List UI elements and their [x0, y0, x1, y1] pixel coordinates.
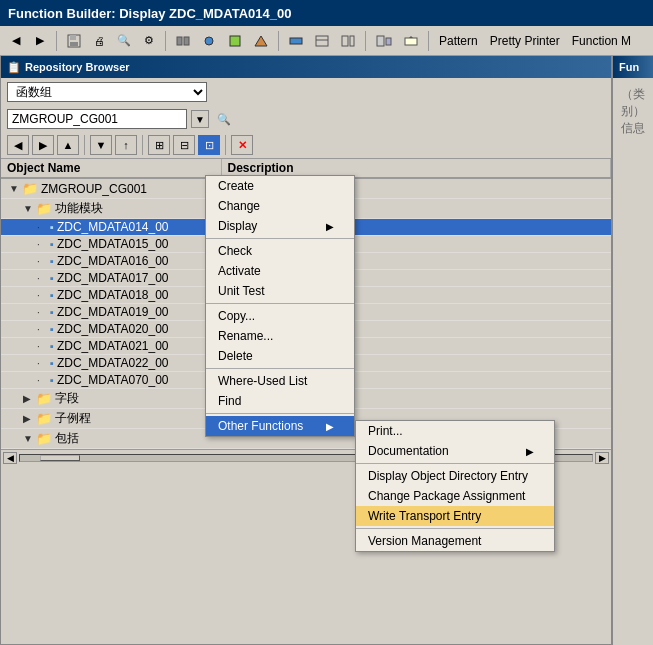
expand-icon[interactable]: · — [37, 290, 47, 301]
menu-label: Unit Test — [218, 284, 264, 298]
submenu-sep-1 — [356, 463, 554, 464]
expand-icon[interactable]: · — [37, 324, 47, 335]
menu-item-where-used[interactable]: Where-Used List — [206, 371, 354, 391]
toolbar-btn-extra7[interactable] — [337, 30, 359, 52]
toolbar-btn-extra1[interactable] — [172, 30, 194, 52]
toolbar-btn-extra9[interactable] — [400, 30, 422, 52]
svg-rect-11 — [342, 36, 348, 46]
tree-sep-1 — [84, 135, 85, 155]
menu-item-display[interactable]: Display ▶ — [206, 216, 354, 236]
find-button[interactable]: 🔍 — [113, 30, 135, 52]
expand-icon[interactable]: · — [37, 273, 47, 284]
right-panel-hint: （类别）信息 — [613, 78, 653, 145]
expand-icon[interactable]: · — [37, 375, 47, 386]
nav-back-btn[interactable]: ◀ — [7, 135, 29, 155]
menu-item-copy[interactable]: Copy... — [206, 306, 354, 326]
submenu-arrow: ▶ — [326, 221, 334, 232]
menu-item-unit-test[interactable]: Unit Test — [206, 281, 354, 301]
object-type-dropdown[interactable]: 函数组 — [7, 82, 207, 102]
scroll-right-btn[interactable]: ▶ — [595, 452, 609, 464]
menu-label: Rename... — [218, 329, 273, 343]
menu-label: Find — [218, 394, 241, 408]
tree-view-btn[interactable]: ⊞ — [148, 135, 170, 155]
menu-item-rename[interactable]: Rename... — [206, 326, 354, 346]
expand-icon[interactable]: · — [37, 358, 47, 369]
toolbar-btn-extra6[interactable] — [311, 30, 333, 52]
search-execute-btn[interactable]: 🔍 — [213, 108, 235, 130]
expand-icon[interactable]: · — [37, 239, 47, 250]
toolbar-btn-extra3[interactable] — [224, 30, 246, 52]
menu-sep-1 — [206, 238, 354, 239]
node-label: ZDC_MDATA015_00 — [57, 237, 169, 251]
back-button[interactable]: ◀ — [6, 30, 26, 52]
tree-view3-btn[interactable]: ⊡ — [198, 135, 220, 155]
menu-item-find[interactable]: Find — [206, 391, 354, 411]
search-dropdown-btn[interactable]: ▼ — [191, 110, 209, 128]
node-label: 字段 — [55, 390, 79, 407]
print-button[interactable]: 🖨 — [89, 30, 109, 52]
file-icon: ▪ — [50, 323, 54, 335]
folder-icon: 📁 — [36, 431, 52, 446]
menu-item-delete[interactable]: Delete — [206, 346, 354, 366]
forward-button[interactable]: ▶ — [30, 30, 50, 52]
file-icon: ▪ — [50, 255, 54, 267]
pattern-button[interactable]: Pattern — [435, 33, 482, 49]
scroll-left-btn[interactable]: ◀ — [3, 452, 17, 464]
expand-icon[interactable]: · — [37, 307, 47, 318]
save-button[interactable] — [63, 30, 85, 52]
menu-item-check[interactable]: Check — [206, 241, 354, 261]
pretty-printer-button[interactable]: Pretty Printer — [486, 33, 564, 49]
menu-item-activate[interactable]: Activate — [206, 261, 354, 281]
expand-icon[interactable]: ▶ — [23, 393, 33, 404]
submenu-arrow: ▶ — [526, 446, 534, 457]
menu-item-change[interactable]: Change — [206, 196, 354, 216]
expand-icon[interactable]: ▶ — [23, 413, 33, 424]
expand-icon[interactable]: ▼ — [23, 203, 33, 214]
svg-rect-4 — [184, 37, 189, 45]
file-icon: ▪ — [50, 238, 54, 250]
expand-icon[interactable]: · — [37, 256, 47, 267]
toolbar: ◀ ▶ 🖨 🔍 ⚙ Pattern Pretty Printer Functio… — [0, 26, 653, 56]
tree-filter-btn[interactable]: ▼ — [90, 135, 112, 155]
settings-button[interactable]: ⚙ — [139, 30, 159, 52]
nav-up-btn[interactable]: ▲ — [57, 135, 79, 155]
menu-label: Display — [218, 219, 257, 233]
toolbar-btn-extra5[interactable] — [285, 30, 307, 52]
function-menu-button[interactable]: Function M — [568, 33, 635, 49]
menu-label: Copy... — [218, 309, 255, 323]
tree-sep-2 — [142, 135, 143, 155]
svg-marker-7 — [255, 36, 267, 46]
expand-icon[interactable]: ▼ — [9, 183, 19, 194]
file-icon: ▪ — [50, 357, 54, 369]
node-label: ZDC_MDATA020_00 — [57, 322, 169, 336]
menu-item-create[interactable]: Create — [206, 176, 354, 196]
col-object-name: Object Name — [1, 159, 221, 178]
submenu-item-display-object[interactable]: Display Object Directory Entry — [356, 466, 554, 486]
submenu-item-change-package[interactable]: Change Package Assignment — [356, 486, 554, 506]
submenu-item-write-transport[interactable]: Write Transport Entry — [356, 506, 554, 526]
scroll-thumb[interactable] — [40, 455, 80, 461]
menu-label: Documentation — [368, 444, 449, 458]
menu-label: Delete — [218, 349, 253, 363]
expand-icon[interactable]: · — [37, 341, 47, 352]
tree-toolbar: ◀ ▶ ▲ ▼ ↑ ⊞ ⊟ ⊡ ✕ — [1, 132, 611, 159]
submenu-item-print[interactable]: Print... — [356, 421, 554, 441]
search-input[interactable] — [7, 109, 187, 129]
toolbar-btn-extra4[interactable] — [250, 30, 272, 52]
submenu-item-documentation[interactable]: Documentation ▶ — [356, 441, 554, 461]
menu-label: Check — [218, 244, 252, 258]
file-icon: ▪ — [50, 306, 54, 318]
menu-label: Other Functions — [218, 419, 303, 433]
submenu-item-version-mgmt[interactable]: Version Management — [356, 531, 554, 551]
right-panel: Fun （类别）信息 — [612, 56, 653, 645]
tree-view2-btn[interactable]: ⊟ — [173, 135, 195, 155]
expand-icon[interactable]: · — [37, 222, 47, 233]
expand-icon[interactable]: ▼ — [23, 433, 33, 444]
toolbar-btn-extra2[interactable] — [198, 30, 220, 52]
nav-fwd-btn[interactable]: ▶ — [32, 135, 54, 155]
menu-item-other-functions[interactable]: Other Functions ▶ — [206, 416, 354, 436]
tree-delete-btn[interactable]: ✕ — [231, 135, 253, 155]
folder-icon: 📁 — [36, 411, 52, 426]
tree-expand-btn[interactable]: ↑ — [115, 135, 137, 155]
toolbar-btn-extra8[interactable] — [372, 30, 396, 52]
